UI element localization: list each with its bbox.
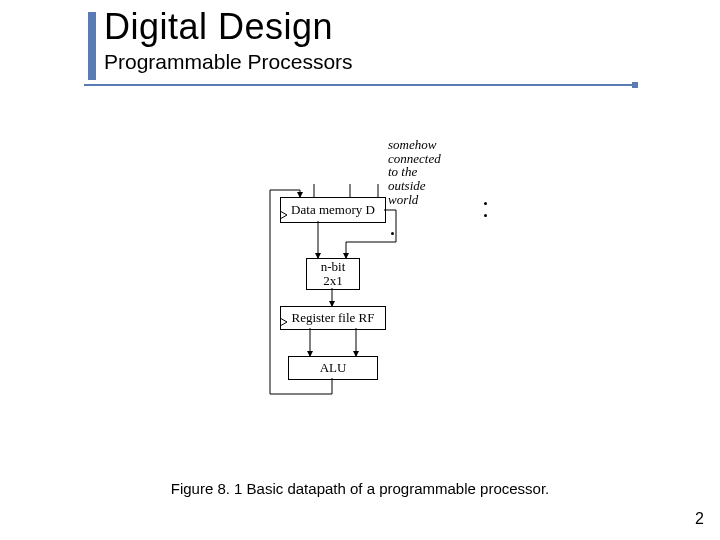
title-accent-bar	[88, 12, 96, 80]
figure-caption: Figure 8. 1 Basic datapath of a programm…	[0, 480, 720, 497]
page-subtitle: Programmable Processors	[104, 50, 353, 74]
title-underline	[84, 84, 636, 86]
page-title: Digital Design	[104, 6, 333, 48]
diagram-wires	[270, 150, 500, 410]
page-number: 2	[695, 510, 704, 528]
datapath-diagram: somehow connected to the outside world D…	[270, 150, 500, 410]
